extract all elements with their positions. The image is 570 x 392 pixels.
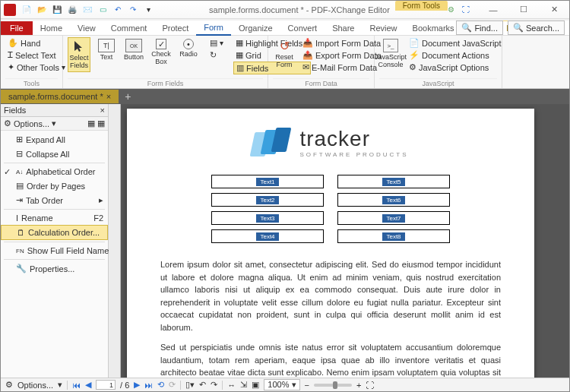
nav-back-button[interactable]: ⟲ <box>157 380 164 390</box>
nav-fwd-button[interactable]: ⟳ <box>169 380 176 390</box>
tab-close-icon[interactable]: × <box>106 92 111 101</box>
rotate-cw-button[interactable]: ↷ <box>211 380 217 390</box>
button-field-button[interactable]: OKButton <box>122 37 145 63</box>
show-full-names[interactable]: FNShow Full Field Names <box>1 244 108 258</box>
order-by-pages[interactable]: ▤Order by Pages <box>1 179 108 193</box>
expand-all[interactable]: ⊞Expand All <box>1 132 108 147</box>
vertical-pane-strip[interactable] <box>109 104 121 378</box>
tab-share[interactable]: Share <box>325 21 362 35</box>
group-label-javascript: JavaScript <box>379 78 497 88</box>
keep-mode[interactable]: ↻ <box>207 49 226 61</box>
pane-close-icon[interactable]: × <box>100 106 105 115</box>
pane-options-button[interactable]: ⚙Options...▾▦ ▦ <box>1 117 108 131</box>
tab-view[interactable]: View <box>70 21 103 35</box>
email-icon[interactable]: ✉️ <box>81 4 93 16</box>
export-form-data[interactable]: 📤Export Form Data <box>300 49 384 61</box>
collapse-all[interactable]: ⊟Collapse All <box>1 147 108 161</box>
calculation-order[interactable]: 🗒Calculation Order... <box>1 225 108 240</box>
tab-comment[interactable]: Comment <box>103 21 155 35</box>
search-icon: 🔍 <box>513 23 524 33</box>
body-text: Lorem ipsum dolor sit amet, consectetur … <box>127 258 534 378</box>
form-field[interactable]: Text1 <box>211 175 324 188</box>
prev-page-button[interactable]: ◀ <box>85 380 91 390</box>
checkbox-field-button[interactable]: ✓Check Box <box>150 37 173 68</box>
document-actions[interactable]: ⚡Document Actions <box>407 49 504 61</box>
scan-icon[interactable]: ▭ <box>97 4 109 16</box>
minimize-button[interactable]: — <box>478 1 508 19</box>
form-fields-grid: Text1 Text5 Text2 Text6 Text3 Text7 Text… <box>127 170 534 258</box>
rename[interactable]: IRenameF2 <box>1 211 108 225</box>
gear-icon: ⚙ <box>4 119 11 128</box>
first-page-button[interactable]: ⏮ <box>72 381 81 390</box>
form-field[interactable]: Text5 <box>337 175 450 188</box>
new-tab-button[interactable]: + <box>119 90 137 103</box>
undo-icon[interactable]: ↶ <box>112 4 124 16</box>
tab-home[interactable]: Home <box>33 21 70 35</box>
console-icon: >_ <box>383 39 398 52</box>
save-icon[interactable]: 💾 <box>51 4 63 16</box>
expand-icon: ⊞ <box>16 134 23 144</box>
launch-icon[interactable]: ⛶ <box>460 4 472 16</box>
javascript-options[interactable]: ⚙JavaScript Options <box>407 62 504 73</box>
tab-convert[interactable]: Convert <box>280 21 325 35</box>
tab-protect[interactable]: Protect <box>154 21 196 35</box>
email-form-data[interactable]: ✉E-Mail Form Data <box>300 62 384 73</box>
form-field[interactable]: Text6 <box>337 193 450 207</box>
next-page-button[interactable]: ▶ <box>134 380 140 390</box>
radio-field-button[interactable]: •Radio <box>177 37 200 60</box>
status-options[interactable]: Options... <box>17 381 53 390</box>
qat-dropdown-icon[interactable]: ▾ <box>142 4 154 16</box>
fit-width-button[interactable]: ↔ <box>227 381 236 390</box>
form-field[interactable]: Text3 <box>211 211 324 225</box>
last-page-button[interactable]: ⏭ <box>144 381 153 390</box>
text-field-button[interactable]: T|Text <box>95 37 118 63</box>
tab-order[interactable]: ⇥Tab Order▸ <box>1 193 108 207</box>
zoom-in-button[interactable]: + <box>356 381 361 390</box>
page-number-input[interactable] <box>96 380 116 390</box>
more-fields-dropdown[interactable]: ▤ ▾ <box>207 37 226 49</box>
open-icon[interactable]: 📂 <box>36 4 48 16</box>
file-tab[interactable]: File <box>1 21 33 35</box>
select-text-tool[interactable]: ᏆSelect Text <box>5 49 58 61</box>
redo-icon[interactable]: ↷ <box>127 4 139 16</box>
pane-title: Fields <box>4 106 26 115</box>
keep-icon: ↻ <box>210 50 217 60</box>
import-form-data[interactable]: 📥Import Form Data <box>300 37 384 49</box>
status-gear-icon[interactable]: ⚙ <box>5 380 13 390</box>
form-field[interactable]: Text4 <box>211 229 324 243</box>
form-field[interactable]: Text7 <box>337 211 450 225</box>
document-javascript[interactable]: 📄Document JavaScript <box>407 37 504 49</box>
find-button[interactable]: 🔍Find... <box>456 21 503 35</box>
alphabetical-order[interactable]: ✓A↓Alphabetical Order <box>1 165 108 179</box>
form-field[interactable]: Text2 <box>211 193 324 207</box>
tab-bookmarks[interactable]: Bookmarks <box>405 21 462 35</box>
close-button[interactable]: ✕ <box>539 1 569 19</box>
select-fields-button[interactable]: Select Fields <box>68 37 90 72</box>
calc-icon: 🗒 <box>17 228 25 237</box>
maximize-button[interactable]: ☐ <box>508 1 539 19</box>
tab-review[interactable]: Review <box>362 21 404 35</box>
reset-form-button[interactable]: ↺Reset Form <box>273 37 296 71</box>
actions-icon: ⚡ <box>409 50 420 60</box>
search-button[interactable]: 🔍Search... <box>508 21 565 35</box>
print-icon[interactable]: 🖨️ <box>66 4 78 16</box>
properties[interactable]: 🔧Properties... <box>1 261 108 276</box>
fit-page-button[interactable]: ⇲ <box>240 380 247 390</box>
zoom-level[interactable]: 100% ▾ <box>264 379 299 390</box>
js-console-button[interactable]: >_JavaScript Console <box>379 37 402 71</box>
other-tools-icon: ✦ <box>8 62 14 72</box>
tab-form[interactable]: Form <box>196 21 231 36</box>
form-field[interactable]: Text8 <box>337 229 450 243</box>
hand-tool[interactable]: ✋Hand <box>5 37 58 49</box>
other-tools[interactable]: ✦Other Tools ▾ <box>5 62 58 73</box>
tab-organize[interactable]: Organize <box>231 21 280 35</box>
fullscreen-button[interactable]: ⛶ <box>366 381 374 390</box>
actual-size-button[interactable]: ▣ <box>252 380 259 390</box>
zoom-slider[interactable] <box>314 384 352 387</box>
rotate-ccw-button[interactable]: ↶ <box>199 380 206 390</box>
zoom-out-button[interactable]: − <box>305 381 309 390</box>
new-icon[interactable]: 📄 <box>21 4 33 16</box>
page-layout-button[interactable]: ▯▾ <box>185 380 195 390</box>
document-canvas[interactable]: trackerSOFTWARE PRODUCTS Text1 Text5 Tex… <box>109 104 569 378</box>
document-tab[interactable]: sample.forms.document *× <box>1 90 119 103</box>
